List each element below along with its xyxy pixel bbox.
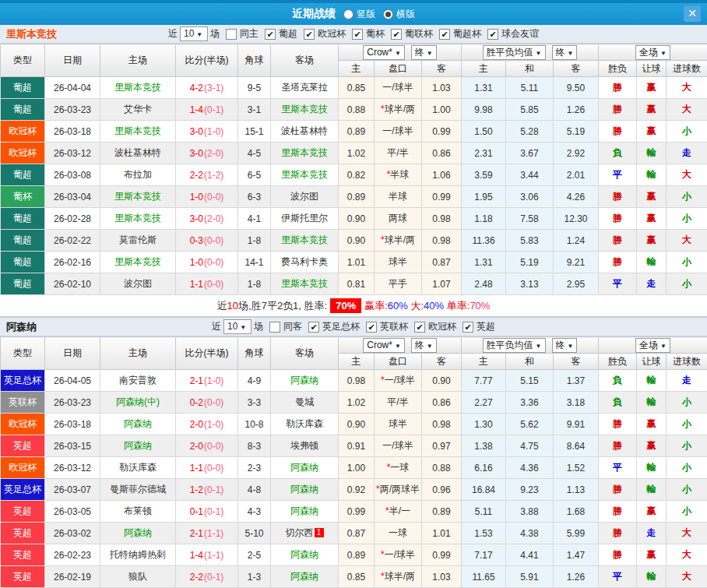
halftime-score: (2-0) [204, 148, 223, 159]
avg-time-select-value: 终 [556, 47, 565, 58]
halftime-score: (0-0) [204, 441, 223, 452]
avg-draw-odds: 7.58 [506, 208, 554, 230]
layout-radio[interactable] [343, 9, 354, 19]
league-checkbox[interactable]: ✔ [439, 29, 450, 40]
league-badge: 欧冠杯 [1, 121, 45, 143]
league-checkbox[interactable]: ✔ [391, 29, 402, 40]
away-team-name: 埃弗顿 [290, 440, 318, 451]
same-venue-checkbox[interactable] [226, 29, 237, 40]
match-date: 26-04-04 [45, 77, 100, 99]
fulltime-score: 0-3 [190, 235, 203, 246]
chevron-down-icon: ▼ [568, 50, 574, 57]
league-badge: 葡超 [1, 164, 45, 186]
league-checkbox-label: 英联杯 [380, 320, 408, 333]
avg-draw-odds: 5.11 [506, 77, 554, 99]
home-team: 曼斯菲尔德城 [100, 479, 176, 501]
summary-text: 10 [227, 300, 238, 312]
handicap-home-odds: 0.90 [339, 230, 375, 252]
home-team: 托特纳姆热刺 [100, 544, 176, 566]
match-count-select[interactable]: 10▼ [223, 319, 251, 334]
league-checkbox[interactable]: ✔ [308, 322, 319, 333]
league-checkbox[interactable]: ✔ [304, 29, 315, 40]
away-team-name: 圣塔克莱拉 [281, 82, 328, 93]
match-date: 26-03-15 [45, 435, 100, 457]
avg-time-select[interactable]: 终▼ [552, 338, 578, 353]
handicap-home-odds: 0.98 [339, 370, 375, 392]
column-header: 客场 [271, 337, 339, 370]
avg-away-odds: 4.26 [554, 186, 599, 208]
league-checkbox[interactable]: ✔ [366, 322, 377, 333]
bookmaker-select[interactable]: Crow*▼ [363, 45, 405, 60]
league-checkbox[interactable]: ✔ [265, 29, 276, 40]
scope-select[interactable]: 全场▼ [635, 338, 670, 353]
home-team-name: 里斯本竞技 [114, 82, 161, 93]
handicap-line: 平手 [375, 273, 422, 295]
result-handicap: 輸 [637, 566, 667, 588]
avg-odds-select[interactable]: 胜平负均值▼ [483, 338, 546, 353]
league-checkbox[interactable]: ✔ [487, 29, 498, 40]
close-button[interactable]: ✕ [684, 5, 701, 22]
layout-radio[interactable] [383, 9, 393, 19]
handicap-line: 球半 [375, 414, 422, 435]
match-row: 欧冠杯26-03-18阿森纳2-0(1-0)10-8勒沃库森0.90球半0.98… [1, 414, 707, 435]
handicap-home-odds: 0.89 [339, 186, 375, 208]
match-row: 葡超26-02-10波尔图1-1(0-0)1-8里斯本竞技0.81平手1.072… [1, 273, 707, 295]
fulltime-score: 3-0 [190, 126, 203, 137]
match-date: 26-03-07 [45, 479, 100, 501]
halftime-score: (0-0) [204, 235, 223, 246]
handicap-away-odds: 0.86 [422, 392, 462, 414]
scope-select[interactable]: 全场▼ [635, 45, 670, 60]
league-badge: 葡超 [1, 99, 45, 121]
column-header: 日期 [45, 337, 100, 370]
home-team-name: 里斯本竞技 [114, 256, 161, 267]
result-winloss: 平 [599, 566, 637, 588]
avg-away-odds: 3.18 [554, 392, 599, 414]
avg-draw-odds: 9.23 [506, 479, 554, 501]
handicap-home-odds: 0.85 [339, 566, 375, 588]
sub-header: 盘口 [375, 354, 422, 370]
fulltime-score: 4-2 [190, 83, 203, 93]
avg-draw-odds: 3.36 [506, 392, 554, 414]
result-handicap: 輸 [637, 479, 667, 501]
corner-score: 10-8 [238, 414, 271, 435]
handicap-home-odds: 0.91 [339, 435, 375, 457]
match-date: 26-02-10 [45, 273, 100, 295]
chevron-down-icon: ▼ [240, 324, 246, 331]
result-handicap: 走 [637, 523, 667, 544]
handicap-away-odds: 0.98 [422, 414, 462, 435]
bookmaker-select[interactable]: Crow*▼ [363, 338, 405, 353]
league-badge: 葡杯 [1, 186, 45, 208]
halftime-score: (1-1) [204, 528, 223, 539]
result-handicap: 赢 [637, 501, 667, 523]
handicap-line: 平/半 [375, 143, 422, 164]
same-venue-checkbox[interactable] [269, 322, 280, 333]
league-checkbox[interactable]: ✔ [414, 322, 425, 333]
league-checkbox-label: 英足总杯 [322, 320, 360, 333]
odds-time-select[interactable]: 终▼ [411, 45, 437, 60]
avg-draw-odds: 3.06 [506, 186, 554, 208]
avg-draw-odds: 5.28 [506, 121, 554, 143]
handicap-away-odds: 0.99 [422, 186, 462, 208]
halftime-score: (0-1) [204, 484, 223, 495]
match-count-select[interactable]: 10▼ [180, 26, 208, 41]
avg-time-select[interactable]: 终▼ [552, 45, 578, 60]
match-date: 26-03-02 [45, 523, 100, 544]
away-team-name: 阿森纳 [290, 549, 318, 560]
avg-draw-odds: 3.88 [506, 501, 554, 523]
result-handicap: 輸 [637, 164, 667, 186]
avg-odds-select[interactable]: 胜平负均值▼ [483, 45, 546, 60]
league-checkbox[interactable]: ✔ [352, 29, 363, 40]
avg-home-odds: 5.11 [462, 501, 506, 523]
halftime-score: (1-0) [204, 419, 223, 430]
handicap-line: *两/两球半 [375, 479, 422, 501]
result-winloss: 勝 [599, 544, 637, 566]
odds-time-select[interactable]: 终▼ [411, 338, 437, 353]
column-header: 客场 [271, 44, 339, 77]
league-checkbox[interactable]: ✔ [463, 322, 473, 333]
sub-header: 客 [422, 61, 462, 77]
result-winloss: 勝 [599, 121, 637, 143]
result-handicap: 輸 [637, 143, 667, 164]
match-row: 欧冠杯26-03-18里斯本竞技3-0(1-0)15-1波杜基林特0.89一/球… [1, 121, 707, 143]
away-team: 阿森纳 [271, 501, 339, 523]
home-team: 里斯本竞技 [100, 121, 176, 143]
